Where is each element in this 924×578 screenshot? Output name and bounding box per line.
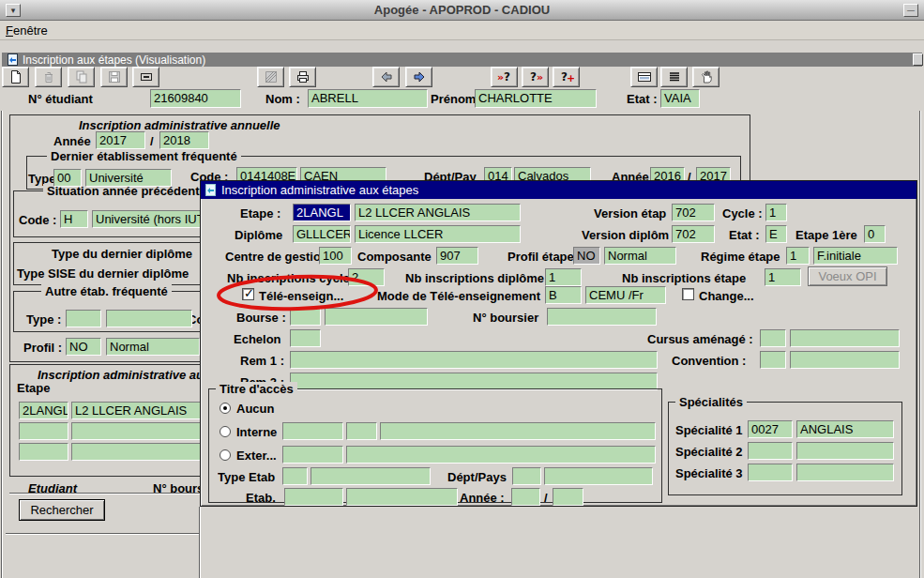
print-button[interactable] — [289, 67, 316, 87]
count-query-button[interactable]: ?+ — [553, 67, 580, 87]
prenom-field[interactable]: CHARLOTTE — [475, 89, 597, 108]
etape-row-lib[interactable]: L2 LLCER ANGLAIS — [71, 402, 221, 419]
specialite3-code-field[interactable] — [748, 464, 793, 481]
dlg-echelon-field[interactable] — [290, 329, 321, 347]
dlg-cursus-lib-field[interactable] — [790, 329, 900, 347]
type-etab-lib-field[interactable] — [311, 467, 431, 485]
specialite2-lib-field[interactable] — [796, 442, 894, 460]
dlg-etape-lib-field[interactable]: L2 LLCER ANGLAIS — [355, 204, 521, 221]
dlg-profil-code-field[interactable]: NO — [573, 247, 600, 265]
dlg-regime-lib-field[interactable]: F.initiale — [813, 247, 898, 265]
dlg-etape-code-field[interactable]: 2LANGL — [293, 204, 351, 221]
copy-record-button[interactable] — [68, 67, 95, 87]
next-block-button[interactable] — [405, 67, 432, 87]
etab-code-field[interactable] — [284, 488, 343, 506]
etape-row-code[interactable] — [19, 422, 68, 440]
interne-field-2[interactable] — [346, 422, 377, 440]
type-dernier-diplome-label: Type du dernier diplôme — [52, 247, 192, 261]
specialite3-label: Spécialité 3 — [675, 466, 748, 480]
etat-field[interactable]: VAIA — [660, 89, 700, 108]
dlg-mode-code-field[interactable]: B — [545, 286, 582, 304]
dlg-version-etape-field[interactable]: 702 — [672, 204, 715, 221]
radio-interne[interactable] — [220, 426, 231, 437]
dlg-nb-etape-field[interactable]: 1 — [765, 268, 801, 286]
situation-code-field[interactable]: H — [60, 210, 88, 228]
show-keys-button[interactable] — [630, 67, 658, 87]
dlg-etat-field[interactable]: E — [765, 225, 787, 243]
interne-field-1[interactable] — [282, 422, 343, 440]
group-dernier-etablissement-title: Dernier établissement fréquenté — [47, 149, 241, 163]
dlg-cycle-field[interactable]: 1 — [765, 204, 787, 221]
dlg-convention-code-field[interactable] — [760, 351, 786, 369]
previous-block-button[interactable] — [372, 67, 400, 87]
dlg-diplome-lib-field[interactable]: Licence LLCER — [355, 225, 521, 243]
autre-type-code-field[interactable] — [66, 310, 101, 327]
acces-annee-to-field[interactable] — [553, 488, 583, 506]
acces-annee-from-field[interactable] — [511, 488, 540, 506]
dernier-type-lib-field[interactable]: Université — [85, 169, 172, 187]
clear-form-button[interactable] — [257, 67, 284, 87]
profil-code-field[interactable]: NO — [66, 338, 101, 356]
annee-to-field[interactable]: 2018 — [159, 131, 209, 149]
mdi-titlebar[interactable]: Inscription aux étapes (Visualisation) — [2, 53, 922, 67]
list-values-button[interactable] — [660, 67, 688, 87]
new-record-button[interactable] — [2, 67, 29, 87]
dlg-boursier-field[interactable] — [547, 308, 657, 326]
clear-hatched-icon — [264, 69, 279, 84]
etape-row-code[interactable]: 2LANGL — [19, 402, 68, 419]
specialite2-code-field[interactable] — [748, 442, 793, 460]
voeux-opi-button[interactable]: Voeux OPI — [808, 266, 887, 286]
navigate-hand-button[interactable] — [692, 67, 720, 87]
etape-row-lib[interactable] — [71, 422, 221, 440]
profil-lib-field[interactable]: Normal — [106, 338, 200, 356]
specialite1-lib-field[interactable]: ANGLAIS — [796, 420, 894, 438]
etape-row-code[interactable] — [19, 443, 68, 461]
collapse-button[interactable] — [132, 67, 159, 87]
minimize-button[interactable]: — — [903, 4, 918, 17]
execute-query-button[interactable]: ?» — [522, 67, 549, 87]
student-number-field[interactable]: 21609840 — [150, 89, 241, 108]
dlg-convention-lib-field[interactable] — [790, 351, 900, 369]
externe-field-2[interactable] — [346, 446, 656, 464]
change-checkbox[interactable] — [682, 288, 694, 300]
window-menu-button[interactable]: ▾ — [6, 4, 21, 17]
dlg-profil-lib-field[interactable]: Normal — [604, 247, 676, 265]
prenom-label: Prénom — [431, 92, 476, 106]
type-etab-code-field[interactable] — [282, 467, 308, 485]
dialog-titlebar[interactable]: Inscription administrative aux étapes — [201, 181, 916, 199]
dlg-version-diplome-field[interactable]: 702 — [672, 225, 715, 243]
dept-pays-code-field[interactable] — [512, 467, 541, 485]
etape-row-lib[interactable] — [71, 443, 221, 461]
save-floppy-icon — [107, 69, 122, 84]
radio-aucun[interactable] — [220, 403, 231, 414]
autre-type-lib-field[interactable] — [106, 310, 192, 327]
delete-record-button[interactable] — [35, 67, 62, 87]
etab-lib-field[interactable] — [346, 488, 458, 506]
dlg-composante-field[interactable]: 907 — [436, 247, 478, 265]
dlg-rem1-field[interactable] — [290, 351, 658, 369]
canvas-right-edge — [919, 111, 921, 578]
enter-query-button[interactable]: »? — [491, 67, 518, 87]
window-titlebar: ▾ Apogée - APOPROD - CADIOU — — [0, 0, 924, 21]
mdi-restore-button[interactable] — [913, 53, 923, 66]
dept-pays-lib-field[interactable] — [544, 467, 653, 485]
radio-externe[interactable] — [220, 449, 231, 461]
dlg-mode-lib-field[interactable]: CEMU /Fr — [585, 286, 666, 304]
dlg-etape1-field[interactable]: 0 — [864, 225, 886, 243]
rechercher-button[interactable]: Rechercher — [19, 499, 105, 521]
specialite3-lib-field[interactable] — [796, 464, 894, 481]
specialite1-code-field[interactable]: 0027 — [748, 420, 793, 438]
dlg-cge-field[interactable]: 100 — [319, 247, 352, 265]
dernier-type-code-field[interactable]: 00 — [53, 169, 82, 187]
trash-icon — [41, 69, 56, 84]
externe-field-1[interactable] — [282, 446, 343, 464]
dlg-nb-diplome-field[interactable]: 1 — [545, 268, 582, 286]
dlg-regime-code-field[interactable]: 1 — [786, 247, 810, 265]
save-button[interactable] — [100, 67, 128, 87]
annee-from-field[interactable]: 2017 — [96, 131, 145, 149]
interne-field-3[interactable] — [380, 422, 656, 440]
menu-fenetre[interactable]: Fenêtre — [0, 21, 53, 40]
dlg-diplome-code-field[interactable]: GLLLCER — [293, 225, 351, 243]
dlg-cursus-code-field[interactable] — [760, 329, 786, 347]
nom-field[interactable]: ABRELL — [308, 89, 428, 108]
